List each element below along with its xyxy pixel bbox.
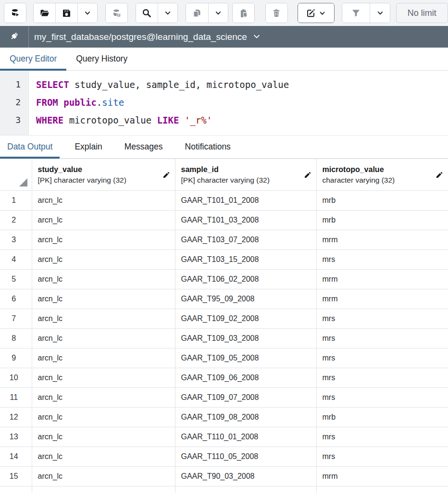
data-cell[interactable]: mrm	[316, 289, 448, 309]
row-number-cell[interactable]: 12	[0, 408, 32, 427]
row-limit-select[interactable]: No limit	[396, 3, 448, 23]
edit-column-icon[interactable]	[304, 171, 311, 181]
data-cell[interactable]: mrs	[316, 388, 448, 408]
delete-rows-button[interactable]	[266, 3, 287, 23]
data-cell[interactable]: mrs	[316, 309, 448, 329]
data-cell[interactable]: GAAR_T106_02_2008	[175, 270, 316, 289]
filter-options-dropdown[interactable]	[370, 3, 389, 23]
row-number-cell[interactable]: 5	[0, 270, 32, 289]
line-number: 1	[0, 79, 29, 89]
data-cell[interactable]: arcn_lc	[32, 191, 175, 211]
data-cell[interactable]: GAAR_T103_15_2008	[175, 250, 316, 270]
data-cell[interactable]: arcn_lc	[32, 408, 175, 427]
sql-editor[interactable]: 1SELECT study_value, sample_id, microtop…	[0, 71, 448, 136]
column-name: microtopo_value	[323, 164, 432, 175]
sql-line-text[interactable]: WHERE microtopo_value LIKE '_r%'	[29, 115, 448, 125]
row-number-cell[interactable]: 15	[0, 467, 32, 486]
data-cell[interactable]: arcn_lc	[32, 289, 175, 309]
row-number-cell[interactable]: 10	[0, 368, 32, 388]
data-cell[interactable]: arcn_lc	[32, 427, 175, 447]
data-cell[interactable]: GAAR_T110_05_2008	[175, 447, 316, 467]
sql-line-text[interactable]: FROM public.site	[29, 97, 448, 108]
data-cell[interactable]: GAAR_T109_07_2008	[175, 388, 316, 408]
data-cell[interactable]: GAAR_T109_03_2008	[175, 329, 316, 348]
row-number-cell[interactable]: 8	[0, 329, 32, 348]
data-cell[interactable]: mrs	[316, 250, 448, 270]
connection-selector[interactable]: my_first_database/postgres@learning_data…	[29, 31, 261, 42]
data-cell[interactable]: arcn_lc	[32, 309, 175, 329]
find-options-dropdown[interactable]	[158, 3, 177, 23]
data-cell[interactable]: GAAR_T90_03_2008	[175, 467, 316, 486]
data-cell[interactable]: arcn_lc	[32, 348, 175, 368]
edit-column-icon[interactable]	[436, 171, 443, 181]
data-cell[interactable]: mrb	[316, 408, 448, 427]
tab-messages[interactable]: Messages	[117, 136, 170, 158]
column-header-study-value[interactable]: study_value [PK] character varying (32)	[32, 159, 175, 191]
row-number-cell[interactable]: 14	[0, 447, 32, 467]
row-number-cell[interactable]: 9	[0, 348, 32, 368]
data-cell[interactable]: arcn_lc	[32, 250, 175, 270]
sql-line-text[interactable]: SELECT study_value, sample_id, microtopo…	[29, 79, 448, 90]
data-cell[interactable]: GAAR_T110_01_2008	[175, 427, 316, 447]
data-cell[interactable]: mrb	[316, 211, 448, 230]
data-cell[interactable]: GAAR_T101_01_2008	[175, 191, 316, 211]
column-header-sample-id[interactable]: sample_id [PK] character varying (32)	[175, 159, 316, 191]
data-cell[interactable]: mrs	[316, 368, 448, 388]
data-cell[interactable]: arcn_lc	[32, 270, 175, 289]
tab-notifications[interactable]: Notifications	[178, 136, 238, 158]
data-cell[interactable]: GAAR_T109_02_2008	[175, 309, 316, 329]
tab-query-editor[interactable]: Query Editor	[0, 48, 66, 70]
filter-button[interactable]	[342, 3, 370, 23]
data-cell[interactable]: mrs	[316, 447, 448, 467]
table-row: 2arcn_lcGAAR_T101_03_2008mrb	[0, 211, 448, 230]
data-cell[interactable]: GAAR_T109_08_2008	[175, 408, 316, 427]
data-cell[interactable]: mrs	[316, 427, 448, 447]
column-header-microtopo-value[interactable]: microtopo_value character varying (32)	[316, 159, 448, 191]
data-cell[interactable]: arcn_lc	[32, 230, 175, 250]
copy-options-dropdown[interactable]	[208, 3, 228, 23]
data-cell[interactable]: GAAR_T103_07_2008	[175, 230, 316, 250]
select-all-corner[interactable]	[0, 159, 32, 191]
paste-rows-button[interactable]	[233, 3, 254, 23]
data-cell[interactable]: GAAR_T109_05_2008	[175, 348, 316, 368]
save-file-button[interactable]	[55, 3, 77, 23]
data-cell[interactable]: mrm	[316, 467, 448, 486]
data-cell[interactable]: mrs	[316, 348, 448, 368]
execute-query-button[interactable]	[4, 3, 26, 23]
data-cell[interactable]: arcn_lc	[32, 329, 175, 348]
row-number-cell[interactable]: 7	[0, 309, 32, 329]
tab-data-output[interactable]: Data Output	[0, 136, 60, 158]
row-number-cell[interactable]: 4	[0, 250, 32, 270]
sql-token	[58, 97, 63, 108]
data-cell[interactable]: mrm	[316, 230, 448, 250]
data-cell[interactable]: arcn_lc	[32, 467, 175, 486]
save-data-changes-button[interactable]	[106, 3, 127, 23]
sql-line: 1SELECT study_value, sample_id, microtop…	[0, 75, 448, 93]
row-number-cell[interactable]: 3	[0, 230, 32, 250]
data-cell[interactable]: GAAR_T109_06_2008	[175, 368, 316, 388]
data-cell[interactable]: GAAR_T95_09_2008	[175, 289, 316, 309]
data-cell[interactable]: mrs	[316, 329, 448, 348]
data-cell[interactable]: GAAR_T101_03_2008	[175, 211, 316, 230]
data-cell[interactable]: arcn_lc	[32, 388, 175, 408]
copy-rows-button[interactable]	[186, 3, 208, 23]
find-button[interactable]	[136, 3, 158, 23]
save-options-dropdown[interactable]	[77, 3, 97, 23]
data-cell[interactable]: arcn_lc	[32, 211, 175, 230]
edit-dropdown-button[interactable]	[298, 3, 334, 23]
row-number-cell[interactable]: 2	[0, 211, 32, 230]
trash-icon	[272, 9, 281, 17]
row-number-cell[interactable]: 1	[0, 191, 32, 211]
row-number-cell[interactable]: 11	[0, 388, 32, 408]
find-group	[136, 3, 178, 23]
data-cell[interactable]: mrb	[316, 191, 448, 211]
data-cell[interactable]: arcn_lc	[32, 368, 175, 388]
data-cell[interactable]: mrm	[316, 270, 448, 289]
row-number-cell[interactable]: 6	[0, 289, 32, 309]
data-cell[interactable]: arcn_lc	[32, 447, 175, 467]
open-file-button[interactable]	[34, 3, 55, 23]
row-number-cell[interactable]: 13	[0, 427, 32, 447]
edit-column-icon[interactable]	[162, 171, 170, 181]
tab-explain[interactable]: Explain	[67, 136, 109, 158]
tab-query-history[interactable]: Query History	[66, 48, 137, 70]
